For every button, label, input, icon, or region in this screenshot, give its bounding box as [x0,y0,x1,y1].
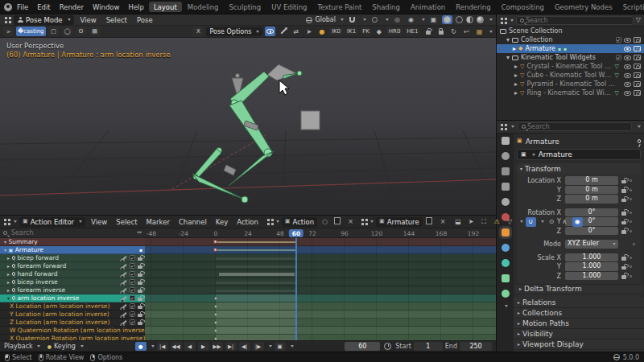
checkbox-icon[interactable]: ✓ [130,287,135,293]
keys-y-location-row[interactable] [145,311,496,319]
checkbox-icon[interactable]: ✓ [130,295,135,301]
keying-popover[interactable]: ● Keying [47,343,84,350]
animate-dot[interactable] [630,212,632,214]
checkbox-icon[interactable]: ✓ [130,303,135,309]
play-button[interactable]: ▶ [198,342,209,351]
channel-bicep-inverse[interactable]: ▸ bicep inverse ✓ [0,278,145,286]
lock-open-icon[interactable] [423,27,433,36]
tab-scripting[interactable]: Scripting [618,2,644,12]
pose-paste-icon[interactable]: ⇄ [291,27,301,36]
keying-set-icon[interactable]: ◉ [572,217,583,227]
tab-shading[interactable]: Shading [367,2,405,12]
end-frame-field[interactable]: 250 [460,342,492,351]
render-camera-icon[interactable] [634,90,641,96]
tab-texture-paint[interactable]: Texture Paint [313,2,367,12]
playhead-frame-badge[interactable]: 60 [289,229,303,237]
keyframe-dot[interactable] [214,297,217,300]
channel-y-location[interactable]: Y Location (arm location inverse) ✓ [0,311,145,319]
overlays-icon[interactable]: ◉ [406,15,416,25]
checkbox-icon[interactable]: ✓ [130,263,135,269]
lock-icon[interactable] [621,189,626,193]
wrench-icon[interactable] [122,303,126,308]
hide-eye-icon[interactable] [624,38,631,43]
lock-icon[interactable] [621,266,626,270]
channel-x-quaternion[interactable]: X Quaternion Rotation (arm location inve… [0,335,145,340]
tab-sculpting[interactable]: Sculpting [224,2,266,12]
panel-visibility[interactable]: ▸ Visibility [514,329,644,339]
constraints-tab-icon[interactable] [502,259,510,267]
network-status-icon[interactable] [613,354,620,360]
lock-icon[interactable] [138,274,142,278]
hide-eye-icon[interactable] [624,91,631,96]
easing-icon[interactable]: ∧ [559,217,570,227]
keyframe-dot-icon[interactable]: ● [316,27,327,36]
animate-dot[interactable] [630,257,632,259]
current-frame-field[interactable]: 60 [345,342,380,351]
show-gizmo-icon[interactable]: ◎ [392,15,402,25]
menu-select[interactable]: Select [103,16,130,24]
bone-collection-ik0-button[interactable]: IK0 [329,27,342,35]
menu-render[interactable]: Render [56,3,88,11]
proportional-editing-icon[interactable] [369,15,380,25]
grid-toggle-icon[interactable]: ▦ [474,27,485,36]
view-layer-tab-icon[interactable] [502,183,510,191]
menu-marker[interactable]: Marker [143,218,173,226]
tab-uv-editing[interactable]: UV Editing [266,2,312,12]
lock-icon[interactable] [138,314,142,318]
shading-material-icon[interactable] [466,16,473,23]
keys-summary-row[interactable] [145,238,496,246]
scale-y-input[interactable]: 1.000 [565,262,618,271]
keyframe-dot[interactable] [213,240,217,244]
fake-user-icon[interactable]: ○ [320,217,330,227]
tab-modeling[interactable]: Modeling [183,2,224,12]
animate-dot[interactable] [633,243,635,245]
pin-id-icon[interactable] [638,139,642,143]
menu-action[interactable]: Action [233,218,262,226]
scene-tab-icon[interactable] [502,198,510,206]
channel-forearm-forward[interactable]: ▸ forearm forward ✓ [0,262,145,270]
animate-dot[interactable] [630,265,632,268]
new-action-icon[interactable] [332,217,343,227]
layers-icon[interactable]: ⛶ [479,217,489,227]
keyframe-dot[interactable] [214,321,217,324]
lock-icon[interactable] [621,230,626,234]
lock-icon[interactable] [621,275,626,279]
slot-browse-icon[interactable] [361,219,364,221]
lock-icon[interactable] [138,298,142,302]
auto-keying-button[interactable]: ● [135,342,147,351]
snap-icon[interactable]: ∪ [526,217,536,227]
animate-dot[interactable] [630,179,632,182]
action-slot[interactable]: ▣ Armature [376,217,423,227]
next-keyframe-button[interactable]: ▶▶ [212,342,223,351]
armature-data-tab-icon[interactable] [502,274,510,282]
keys-x-quaternion-row[interactable] [145,335,496,340]
rotate-icon[interactable]: ↻ [448,27,459,36]
render-camera-icon[interactable] [634,81,641,87]
render-camera-icon[interactable] [634,64,641,69]
location-x-input[interactable]: 0 m [565,176,618,185]
shading-solid-active[interactable] [442,15,452,24]
lock-icon[interactable] [138,282,142,286]
physics-tab-icon[interactable] [502,244,510,252]
hide-eye-icon[interactable] [624,56,631,60]
play-reverse-button[interactable]: ◀ [184,342,196,351]
keys-bicep-forward-row[interactable] [145,254,496,262]
visibility-eye-icon[interactable] [265,27,275,36]
menu-window[interactable]: Window [89,3,124,11]
render-camera-icon[interactable] [634,55,641,60]
menu-view[interactable]: View [77,16,100,24]
new-slot-icon[interactable] [425,217,436,227]
checkbox-icon[interactable]: ✓ [130,319,135,325]
menu-select[interactable]: Select [113,218,140,226]
panel-delta-transform[interactable]: ▸ Delta Transform [515,284,642,294]
channel-forearm-inverse[interactable]: ▸ forearm inverse ✓ [0,286,145,294]
keys-armature-row[interactable] [145,246,496,254]
wrench-icon[interactable] [122,263,126,268]
scale-z-input[interactable]: 1.000 [565,272,618,281]
wrench-icon[interactable] [122,271,126,276]
lock-icon[interactable] [621,221,626,225]
rotation-x-input[interactable]: 0° [565,208,618,217]
undo-arrow-icon[interactable]: ↩ [461,27,472,36]
outliner-row-scene-collection[interactable]: Scene Collection [497,27,644,35]
location-z-input[interactable]: 0 m [565,195,618,204]
